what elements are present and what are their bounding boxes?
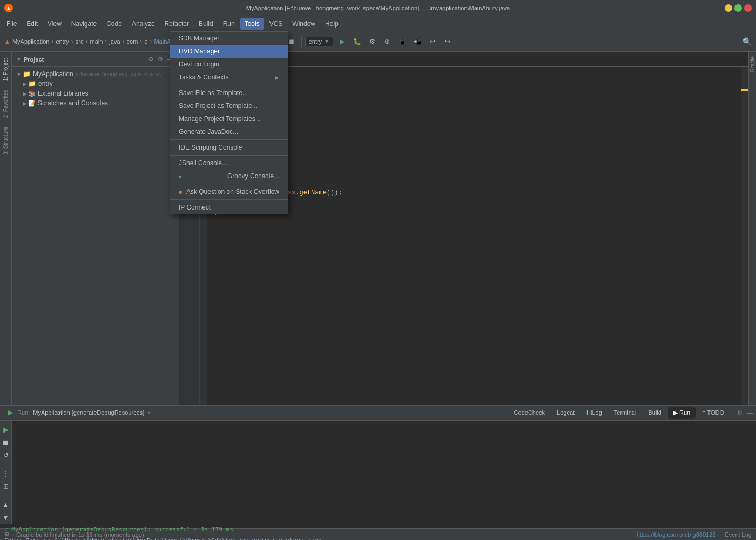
sidebar-content: ▼ 📁 MyApplication E:\huawei_hongmeng_wor… xyxy=(12,67,179,405)
menu-item-ip-connect[interactable]: IP Connect xyxy=(170,201,288,214)
menu-window[interactable]: Window xyxy=(288,18,320,30)
groovy-icon: ● xyxy=(179,173,182,179)
gradle-panel-label[interactable]: Gradle xyxy=(748,52,756,77)
menu-vcs[interactable]: VCS xyxy=(265,18,287,30)
app-icon: ▲ xyxy=(4,4,13,12)
libs-icon: 📚 xyxy=(28,90,36,97)
run-app-button[interactable]: ▶ xyxy=(335,35,348,48)
bottom-tab-terminal[interactable]: Terminal xyxy=(609,407,642,418)
toolbar: ▲ MyApplication › entry › src › main › j… xyxy=(0,31,756,52)
status-url[interactable]: https://blog.csdn.net/ig860123 xyxy=(637,531,716,538)
tree-item-external-libs[interactable]: ▶ 📚 External Libraries xyxy=(12,89,179,98)
menu-help[interactable]: Help xyxy=(321,18,343,30)
sdk-manager-label: SDK Manager xyxy=(179,35,219,42)
project-dropdown-icon[interactable]: ▼ xyxy=(16,56,22,62)
menu-tools[interactable]: Tools xyxy=(240,18,264,30)
bottom-run-btn[interactable]: ▶ xyxy=(0,423,12,435)
menu-run[interactable]: Run xyxy=(219,18,239,30)
groovy-console-label: Groovy Console... xyxy=(227,172,279,180)
tasks-contexts-label: Tasks & Contexts xyxy=(179,73,229,81)
build-app-button[interactable]: ⚙ xyxy=(366,35,379,48)
folder-icon-entry: 📁 xyxy=(28,80,36,87)
bottom-up-btn[interactable]: ▲ xyxy=(0,499,12,511)
menu-item-save-template[interactable]: Save File as Template... xyxy=(170,86,288,99)
debug-app-button[interactable]: 🐛 xyxy=(350,35,363,48)
menu-item-stack-overflow[interactable]: ■ Ask Question on Stack Overflow xyxy=(170,185,288,198)
menu-item-generate-javadoc[interactable]: Generate JavaDoc... xyxy=(170,125,288,138)
toolbar-btn-9[interactable]: ⊕ xyxy=(381,35,394,48)
bottom-down-btn[interactable]: ▼ xyxy=(0,512,12,524)
bottom-filter-btn[interactable]: ⊞ xyxy=(0,481,12,492)
tree-arrow-libs: ▶ xyxy=(23,91,27,97)
gradle-panel: Gradle xyxy=(748,52,756,405)
tree-item-scratches[interactable]: ▶ 📝 Scratches and Consoles xyxy=(12,98,179,108)
sidebar-tab-structure[interactable]: 3: Structure xyxy=(1,123,11,159)
toolbar-btn-10[interactable]: 📱 xyxy=(396,35,409,48)
toolbar-btn-11[interactable]: 📲 xyxy=(411,35,424,48)
menu-build[interactable]: Build xyxy=(194,18,218,30)
menu-item-manage-templates[interactable]: Manage Project Templates... xyxy=(170,112,288,125)
minimize-button[interactable] xyxy=(725,4,732,12)
run-config-name: MyApplication [generateDebugResources] xyxy=(33,409,144,416)
stack-overflow-label: Ask Question on Stack Overflow xyxy=(186,188,279,195)
menu-item-deveco-login[interactable]: DevEco Login xyxy=(170,58,288,71)
bottom-panel-close[interactable]: — xyxy=(746,408,754,417)
bottom-tab-run[interactable]: ▶ Run xyxy=(668,407,696,418)
bottom-left-icons: ▶ ⏹ ↺ ⋮ ⊞ ▲ ▼ xyxy=(0,421,12,524)
menu-item-hvd-manager[interactable]: HVD Manager xyxy=(170,45,288,58)
bottom-rerun-btn[interactable]: ↺ xyxy=(0,449,12,461)
menu-item-ide-scripting[interactable]: IDE Scripting Console xyxy=(170,141,288,154)
menu-file[interactable]: File xyxy=(2,18,21,30)
search-icon[interactable]: 🔍 xyxy=(742,37,752,46)
tree-label-entry: entry xyxy=(38,80,53,87)
bottom-stop-btn[interactable]: ⏹ xyxy=(0,436,12,448)
run-config-selector[interactable]: entry ▼ xyxy=(305,37,333,46)
menu-refactor[interactable]: Refactor xyxy=(160,18,193,30)
menu-edit[interactable]: Edit xyxy=(22,18,42,30)
menu-item-groovy-console[interactable]: ● Groovy Console... xyxy=(170,170,288,183)
tree-item-entry[interactable]: ▶ 📁 entry xyxy=(12,79,179,89)
menu-code[interactable]: Code xyxy=(102,18,126,30)
right-gutter xyxy=(741,67,748,405)
sidebar-tab-project[interactable]: 1: Project xyxy=(1,54,11,85)
bottom-tab-todo[interactable]: ≡ TODO xyxy=(697,407,730,418)
run-tab-close[interactable]: × xyxy=(147,410,151,416)
menu-item-sdk-manager[interactable]: SDK Manager xyxy=(170,32,288,45)
bottom-tab-hilog[interactable]: HiLog xyxy=(581,407,608,418)
bottom-scroll-btn[interactable]: ⋮ xyxy=(0,468,12,480)
toolbar-btn-13[interactable]: ↪ xyxy=(441,35,454,48)
sidebar-gear-btn[interactable]: ⚙ xyxy=(157,55,164,64)
tree-item-myapp[interactable]: ▼ 📁 MyApplication E:\huawei_hongmeng_wor… xyxy=(12,69,179,79)
search-toolbar[interactable]: 🔍 xyxy=(742,37,752,46)
menu-navigate[interactable]: Navigate xyxy=(67,18,101,30)
gutter-warning-mark xyxy=(741,89,748,91)
bottom-tab-build[interactable]: Build xyxy=(643,407,666,418)
bottom-tab-logcat[interactable]: Logcat xyxy=(551,407,580,418)
menu-item-save-project-template[interactable]: Save Project as Template... xyxy=(170,99,288,112)
menu-sep-2 xyxy=(170,139,288,140)
close-button[interactable] xyxy=(744,4,752,12)
menu-item-tasks-contexts[interactable]: Tasks & Contexts ▶ xyxy=(170,71,288,84)
maximize-button[interactable] xyxy=(734,4,742,12)
bottom-panel-gear[interactable]: ⚙ xyxy=(736,408,744,417)
jshell-label: JShell Console... xyxy=(179,159,227,167)
sidebar-title-area: ▼ Project xyxy=(16,56,44,63)
tree-label-myapp: MyApplication xyxy=(33,70,73,78)
sidebar-add-btn[interactable]: ⊕ xyxy=(147,55,154,64)
menu-item-jshell[interactable]: JShell Console... xyxy=(170,157,288,170)
sidebar-tab-favorites[interactable]: 2: Favorites xyxy=(1,85,11,122)
toolbar-btn-12[interactable]: ↩ xyxy=(426,35,439,48)
sidebar-title: Project xyxy=(24,56,44,63)
bottom-tab-codecheck[interactable]: CodeCheck xyxy=(509,407,550,418)
bottom-panel-controls: ⚙ — xyxy=(734,408,756,417)
window-title: MyApplication [E:\huawei_hongmeng_work_s… xyxy=(246,5,510,11)
run-icon-btn[interactable]: ▶ xyxy=(4,407,16,418)
menu-analyze[interactable]: Analyze xyxy=(127,18,159,30)
tree-arrow-myapp: ▼ xyxy=(16,71,22,77)
scratches-icon: 📝 xyxy=(28,100,36,107)
event-log-label[interactable]: Event Log xyxy=(725,531,752,538)
menu-sep-3 xyxy=(170,155,288,156)
generate-javadoc-label: Generate JavaDoc... xyxy=(179,128,238,136)
project-icon: ▲ xyxy=(4,38,10,45)
menu-view[interactable]: View xyxy=(43,18,66,30)
